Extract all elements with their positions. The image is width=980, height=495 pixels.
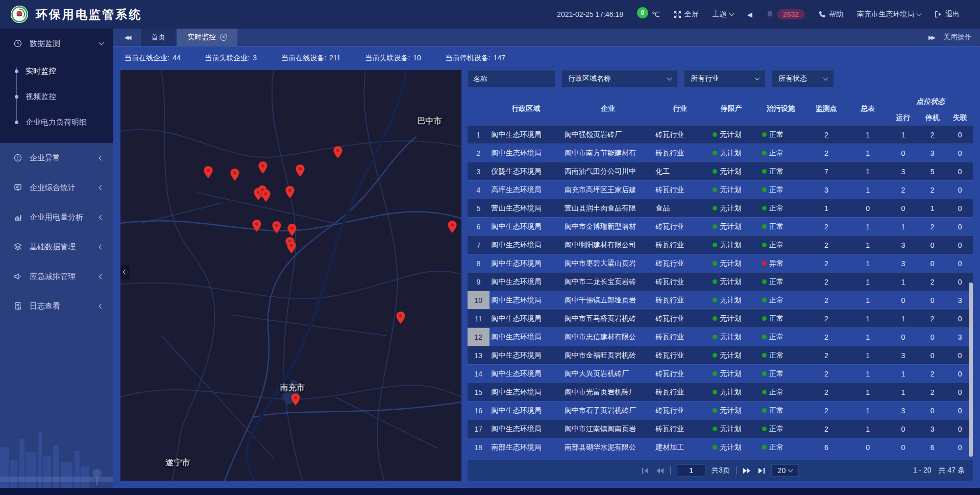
map-pin[interactable] <box>447 220 457 233</box>
table-row[interactable]: 10 阆中生态环境局 阆中千佛镇五郎垭页岩 砖瓦行业 无计划 <box>468 291 973 309</box>
map-pin[interactable] <box>290 393 301 406</box>
col-production: 停限产 <box>706 104 756 113</box>
map-panel[interactable]: 巴中市 南充市 遂宁市 <box>120 70 461 481</box>
table-row[interactable]: 6 阆中生态环境局 阆中市金博瑞新型墙材 砖瓦行业 无计划 <box>468 217 973 235</box>
close-operations-button[interactable]: 关闭操作 <box>943 33 972 42</box>
tab-home[interactable]: 首页 <box>141 29 176 46</box>
map-pin[interactable] <box>286 241 297 254</box>
help-button[interactable]: 帮助 <box>819 10 843 19</box>
cell-row-number: 17 <box>468 420 489 438</box>
sidebar-item-data-monitoring[interactable]: 数据监测 <box>0 29 113 58</box>
cell-facility-status: 正常 <box>756 130 805 139</box>
sidebar-item-video-monitor[interactable]: 视频监控 <box>0 84 113 109</box>
table-row[interactable]: 1 阆中生态环境局 阆中强锐页岩砖厂 砖瓦行业 无计划 <box>468 125 973 144</box>
table-row[interactable]: 18 南部生态环境局 南部县砌华水泥有限公 建材加工 无计划 <box>468 438 973 456</box>
fullscreen-button[interactable]: 全屏 <box>674 10 699 19</box>
cell-region: 阆中生态环境局 <box>489 425 563 434</box>
cell-stop-count: 2 <box>918 370 947 378</box>
table-row[interactable]: 7 阆中生态环境局 阆中明阳建材有限公司 砖瓦行业 无计划 <box>468 235 973 254</box>
divider <box>670 466 671 475</box>
content-area: 当前在线企业:44 当前失联企业:3 当前在线设备:211 当前失联设备:10 <box>113 46 980 488</box>
status-dot <box>713 206 717 210</box>
page-size-select[interactable]: 20 <box>771 464 799 477</box>
col-industry: 行业 <box>653 104 706 113</box>
cell-meter-count: 1 <box>847 131 888 139</box>
table-row[interactable]: 12 阆中生态环境局 阆中市忠信建材有限公 砖瓦行业 无计划 <box>468 327 973 346</box>
logout-button[interactable]: 退出 <box>935 10 960 19</box>
map-pin[interactable] <box>285 185 295 199</box>
cell-industry: 砖瓦行业 <box>653 388 706 397</box>
table-scrollbar[interactable] <box>969 282 973 457</box>
map-roads <box>120 70 461 481</box>
table-row[interactable]: 8 阆中生态环境局 阆中市枣碧大梁山页岩 砖瓦行业 无计划 <box>468 254 973 272</box>
region-filter-select[interactable]: 行政区域名称 <box>561 70 678 87</box>
user-dropdown[interactable]: 南充市生态环境局 <box>857 10 921 19</box>
last-page-button[interactable] <box>757 467 765 474</box>
sidebar-item-power-load-detail[interactable]: 企业电力负荷明细 <box>0 109 113 135</box>
sidebar-item-emergency-reduction[interactable]: 应急减排管理 <box>0 262 113 291</box>
sidebar-item-enterprise-statistics[interactable]: 企业综合统计 <box>0 173 113 202</box>
table-row[interactable]: 5 营山生态环境局 营山县润丰肉食品有限 食品 无计划 <box>468 199 973 217</box>
status-dot <box>762 261 767 266</box>
notification-bell[interactable]: 2632 <box>766 9 805 19</box>
temperature-value: 0 <box>637 7 648 18</box>
map-pin[interactable] <box>396 311 406 324</box>
tabs-scroll-left-button[interactable]: ◀◀ <box>113 29 141 46</box>
sidebar-item-power-analysis[interactable]: 企业用电量分析 <box>0 202 113 232</box>
stat-label: 当前在线企业: <box>125 54 169 62</box>
page-number-input[interactable] <box>677 464 705 477</box>
map-pin[interactable] <box>203 166 213 179</box>
cell-monitor-count: 2 <box>805 370 847 378</box>
cell-facility-status: 正常 <box>756 204 805 213</box>
table-row[interactable]: 15 阆中生态环境局 阆中市光富页岩机砖厂 砖瓦行业 无计划 <box>468 383 973 401</box>
map-pin[interactable] <box>333 146 343 159</box>
table-row[interactable]: 16 阆中生态环境局 阆中市石子页岩机砖厂 砖瓦行业 无计划 <box>468 401 973 419</box>
prev-page-button[interactable] <box>656 467 664 474</box>
status-filter-select[interactable]: 所有状态 <box>772 70 834 87</box>
cell-enterprise: 阆中市石子页岩机砖厂 <box>562 406 653 415</box>
cell-enterprise: 阆中千佛镇五郎垭页岩 <box>562 296 653 305</box>
cell-enterprise: 阆中市江南镇阆南页岩 <box>562 425 653 434</box>
name-filter-input[interactable] <box>468 70 555 87</box>
mute-speaker-icon[interactable]: ◀ <box>747 11 752 18</box>
table-row[interactable]: 4 高坪生态环境局 南充市高坪区王家店建 砖瓦行业 无计划 <box>468 180 973 199</box>
map-pin[interactable] <box>261 189 271 202</box>
map-pin[interactable] <box>258 161 268 174</box>
cell-production-status: 无计划 <box>706 185 756 195</box>
table-row[interactable]: 2 阆中生态环境局 阆中市南方节能建材有 砖瓦行业 无计划 <box>468 144 973 162</box>
next-page-button[interactable] <box>743 467 751 474</box>
map-pin[interactable] <box>295 164 305 177</box>
status-dot <box>762 298 767 302</box>
tabs-scroll-right-button[interactable]: ▶▶ <box>928 34 934 41</box>
sidebar-item-log-view[interactable]: 日志查看 <box>0 291 113 321</box>
cell-production-status: 无计划 <box>706 351 756 360</box>
table-row[interactable]: 14 阆中生态环境局 阆中大兴页岩机砖厂 砖瓦行业 无计划 <box>468 364 973 383</box>
first-page-button[interactable] <box>642 467 650 474</box>
theme-dropdown[interactable]: 主题 <box>713 10 733 19</box>
map-marker-icon <box>252 219 262 232</box>
cell-monitor-count: 2 <box>805 351 847 360</box>
table-row[interactable]: 9 阆中生态环境局 阆中市二龙长宝页岩砖 砖瓦行业 无计划 <box>468 272 973 291</box>
map-pin[interactable] <box>287 223 297 237</box>
cell-region: 南部生态环境局 <box>489 443 563 452</box>
table-row[interactable]: 13 阆中生态环境局 阆中市金福旺页岩机砖 砖瓦行业 无计划 <box>468 346 973 364</box>
sidebar-item-base-data[interactable]: 基础数据管理 <box>0 232 113 262</box>
map-pin[interactable] <box>230 168 240 181</box>
table-row[interactable]: 11 阆中生态环境局 阆中市五马桥页岩机砖 砖瓦行业 无计划 <box>468 309 973 327</box>
cell-industry: 砖瓦行业 <box>653 425 706 434</box>
sidebar-item-realtime-monitor[interactable]: 实时监控 <box>0 58 113 84</box>
cell-row-number: 3 <box>468 162 489 180</box>
industry-filter-select[interactable]: 所有行业 <box>684 70 766 87</box>
table-row[interactable]: 3 仪陇生态环境局 西南油气田分公司川中 化工 无计划 <box>468 162 973 180</box>
tab-realtime-monitor[interactable]: 实时监控 × <box>177 29 237 46</box>
cell-facility-status: 正常 <box>756 351 805 360</box>
cell-facility-status: 正常 <box>756 333 805 342</box>
sidebar-item-enterprise-abnormal[interactable]: 企业异常 <box>0 143 113 173</box>
table-row[interactable]: 17 阆中生态环境局 阆中市江南镇阆南页岩 砖瓦行业 无计划 <box>468 419 973 438</box>
cell-production-status: 无计划 <box>706 388 756 397</box>
map-collapse-button[interactable] <box>120 265 130 279</box>
map-pin[interactable] <box>272 221 282 234</box>
map-city-label: 遂宁市 <box>165 457 190 468</box>
map-pin[interactable] <box>252 219 262 232</box>
tab-close-icon[interactable]: × <box>220 34 227 41</box>
